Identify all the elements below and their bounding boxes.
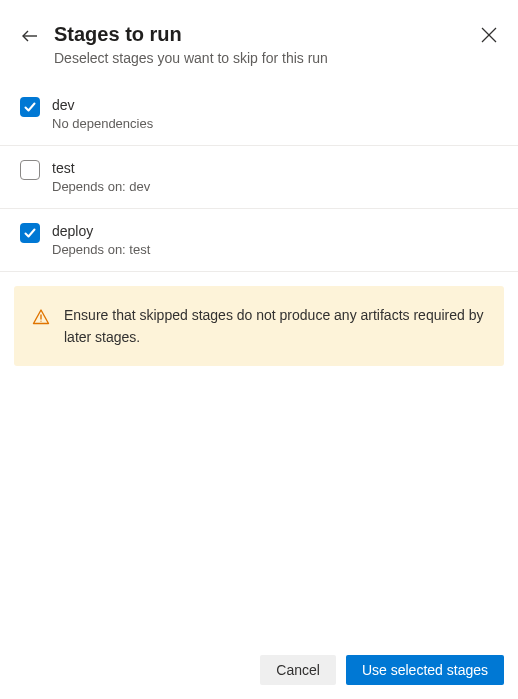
spacer [0, 366, 518, 643]
stage-dependency: Depends on: test [52, 241, 150, 259]
stage-row-test[interactable]: test Depends on: dev [0, 146, 518, 209]
stage-name: dev [52, 95, 153, 115]
checkbox-deploy[interactable] [20, 223, 40, 243]
stage-info: deploy Depends on: test [52, 221, 150, 259]
cancel-button[interactable]: Cancel [260, 655, 336, 685]
warning-icon [32, 308, 50, 326]
close-icon[interactable] [480, 26, 498, 44]
stage-dependency: Depends on: dev [52, 178, 150, 196]
warning-banner: Ensure that skipped stages do not produc… [14, 286, 504, 366]
stage-name: deploy [52, 221, 150, 241]
warning-text: Ensure that skipped stages do not produc… [64, 304, 486, 348]
stage-name: test [52, 158, 150, 178]
back-icon[interactable] [20, 26, 40, 46]
header-text: Stages to run Deselect stages you want t… [54, 20, 480, 66]
page-subtitle: Deselect stages you want to skip for thi… [54, 50, 480, 66]
stage-row-deploy[interactable]: deploy Depends on: test [0, 209, 518, 272]
stage-dependency: No dependencies [52, 115, 153, 133]
checkbox-test[interactable] [20, 160, 40, 180]
stage-row-dev[interactable]: dev No dependencies [0, 83, 518, 146]
stage-list: dev No dependencies test Depends on: dev… [0, 82, 518, 272]
stage-info: dev No dependencies [52, 95, 153, 133]
dialog-footer: Cancel Use selected stages [0, 643, 518, 699]
dialog-header: Stages to run Deselect stages you want t… [0, 0, 518, 82]
svg-point-1 [40, 321, 41, 322]
stage-info: test Depends on: dev [52, 158, 150, 196]
page-title: Stages to run [54, 20, 480, 48]
checkbox-dev[interactable] [20, 97, 40, 117]
use-selected-stages-button[interactable]: Use selected stages [346, 655, 504, 685]
